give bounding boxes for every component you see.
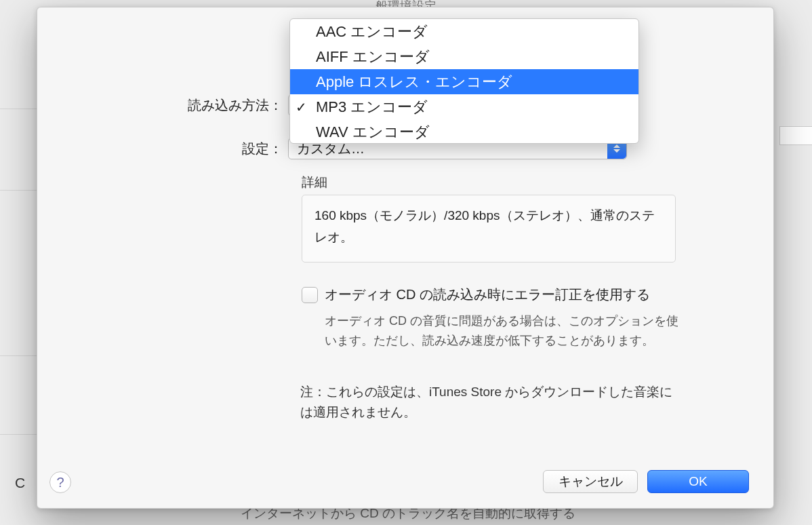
- cancel-button[interactable]: キャンセル: [543, 470, 638, 493]
- import-settings-dialog: 読み込み方法： MP3 エンコーダ 設定： カスタム… 詳細 160 kbps（…: [37, 7, 774, 509]
- itunes-store-note: 注：これらの設定は、iTunes Store からダウンロードした音楽には適用さ…: [300, 382, 677, 423]
- encoder-option-label: AIFF エンコーダ: [316, 47, 430, 67]
- encoder-option[interactable]: WAV エンコーダ: [290, 119, 638, 144]
- error-correction-label: オーディオ CD の読み込み時にエラー訂正を使用する: [325, 286, 650, 304]
- encoder-option-label: WAV エンコーダ: [316, 122, 430, 142]
- bg-field: [779, 126, 812, 145]
- details-text: 160 kbps（モノラル）/320 kbps（ステレオ）、通常のステレオ。: [302, 195, 676, 262]
- bg-text: C: [15, 475, 25, 491]
- settings-label: 設定：: [37, 138, 288, 158]
- encoder-option[interactable]: AIFF エンコーダ: [290, 44, 638, 69]
- error-correction-row: オーディオ CD の読み込み時にエラー訂正を使用する: [302, 286, 681, 304]
- bg-separator: [0, 109, 37, 109]
- bg-separator: [0, 434, 37, 435]
- bg-separator: [0, 190, 37, 191]
- encoder-option[interactable]: AAC エンコーダ: [290, 19, 638, 44]
- error-correction-checkbox[interactable]: [302, 287, 318, 303]
- help-button[interactable]: ?: [49, 471, 71, 493]
- encoder-dropdown-menu: AAC エンコーダAIFF エンコーダApple ロスレス・エンコーダ✓MP3 …: [289, 18, 639, 144]
- import-using-label: 読み込み方法：: [37, 94, 288, 115]
- encoder-option[interactable]: ✓MP3 エンコーダ: [290, 94, 638, 119]
- bg-separator: [0, 355, 37, 356]
- error-correction-hint: オーディオ CD の音質に問題がある場合は、このオプションを使います。ただし、読…: [325, 311, 681, 351]
- encoder-option-label: AAC エンコーダ: [316, 22, 428, 42]
- encoder-option-label: Apple ロスレス・エンコーダ: [316, 72, 512, 92]
- details-heading: 詳細: [302, 174, 327, 191]
- encoder-option[interactable]: Apple ロスレス・エンコーダ: [290, 69, 638, 94]
- checkmark-icon: ✓: [296, 99, 307, 115]
- ok-button[interactable]: OK: [647, 470, 749, 493]
- encoder-option-label: MP3 エンコーダ: [316, 97, 428, 117]
